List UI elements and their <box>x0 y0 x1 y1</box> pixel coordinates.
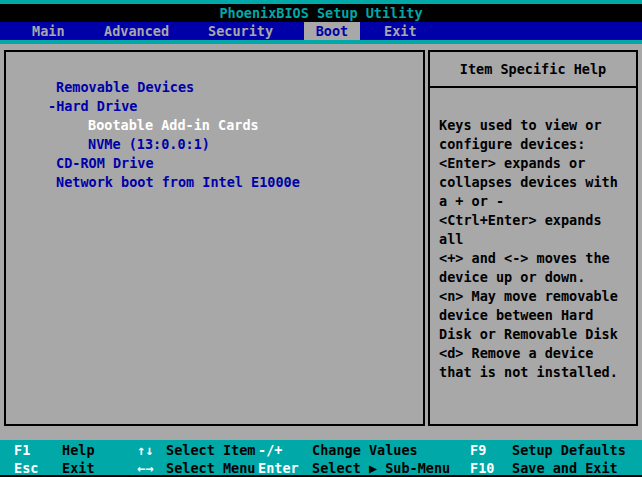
key-updown-label: Select Item <box>166 442 255 459</box>
boot-item-cd-rom-drive[interactable]: CD-ROM Drive <box>6 154 423 173</box>
tab-advanced[interactable]: Advanced <box>104 22 169 40</box>
key-minusplus: -/+ <box>258 442 282 459</box>
tab-security[interactable]: Security <box>208 22 273 40</box>
item-specific-help-panel: Item Specific Help Keys used to view or … <box>428 50 638 426</box>
tab-main[interactable]: Main <box>32 22 65 40</box>
menu-bar: Main Advanced Security Boot Exit <box>0 22 642 40</box>
key-f9: F9 <box>470 442 486 459</box>
app-title: PhoenixBIOS Setup Utility <box>0 4 642 22</box>
bios-setup-screen: PhoenixBIOS Setup Utility Main Advanced … <box>0 0 642 477</box>
key-minusplus-label: Change Values <box>312 442 418 459</box>
key-f1-label: Help <box>62 442 95 459</box>
main-area: Removable Devices -Hard Drive Bootable A… <box>0 40 642 444</box>
key-legend-bar: F1 Help ↑↓ Select Item -/+ Change Values… <box>0 440 642 475</box>
boot-item-bootable-add-in-cards[interactable]: Bootable Add-in Cards <box>6 116 423 135</box>
key-updown-icon: ↑↓ <box>137 442 153 459</box>
help-panel-text: Keys used to view or configure devices: … <box>430 88 636 382</box>
key-f9-label: Setup Defaults <box>512 442 626 459</box>
boot-device-list: Removable Devices -Hard Drive Bootable A… <box>6 52 423 192</box>
help-panel-title: Item Specific Help <box>430 52 636 88</box>
key-legend-row: F1 Help ↑↓ Select Item -/+ Change Values… <box>0 442 642 459</box>
boot-item-hard-drive[interactable]: -Hard Drive <box>6 97 423 116</box>
boot-item-removable-devices[interactable]: Removable Devices <box>6 78 423 97</box>
tab-exit[interactable]: Exit <box>384 22 417 40</box>
tab-boot[interactable]: Boot <box>304 22 360 40</box>
boot-item-nvme[interactable]: NVMe (13:0.0:1) <box>6 135 423 154</box>
boot-item-network-boot[interactable]: Network boot from Intel E1000e <box>6 173 423 192</box>
boot-order-panel: Removable Devices -Hard Drive Bootable A… <box>4 50 425 426</box>
key-f1: F1 <box>14 442 30 459</box>
